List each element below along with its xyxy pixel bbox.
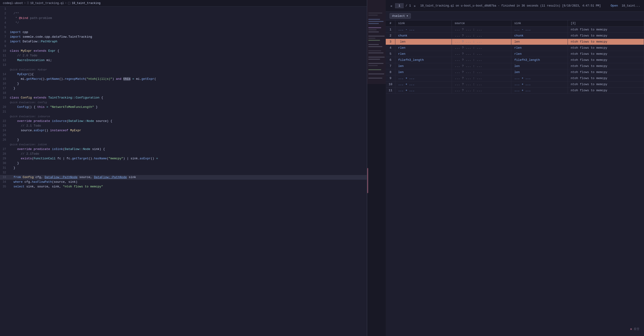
code-line: 11 // 2.0 Todo — [0, 53, 367, 58]
cell-row-num: 10 — [386, 81, 395, 88]
minimap — [367, 0, 386, 336]
code-line: 27 override predicate isSink(DataFlow::N… — [0, 147, 367, 152]
breadcrumb-sep-1: > — [24, 2, 26, 5]
cell-sink1: rlen — [395, 45, 452, 51]
cell-desc: ntoh flows to memcpy — [568, 45, 644, 51]
results-tab-label: 10_taint... — [622, 4, 640, 7]
quick-eval-line: Quick Evaluation: isSource — [0, 114, 367, 119]
code-line: 4 */ — [0, 20, 367, 25]
code-line: 17 } — [0, 86, 367, 91]
next-page-button[interactable]: » — [413, 3, 417, 8]
cell-desc: ntoh flows to memcpy — [568, 81, 644, 88]
results-table: # sink source sink [3] 1... - ...... ? .… — [386, 20, 644, 336]
table-row[interactable]: 10... + ...... ? ... : ...... + ...ntoh … — [386, 81, 644, 88]
svg-rect-22 — [367, 0, 386, 84]
code-line: 25 — [0, 133, 367, 138]
table-row[interactable]: 1... - ...... ? ... : ...... - ...ntoh f… — [386, 27, 644, 33]
cell-row-num: 2 — [386, 33, 395, 39]
select-dropdown[interactable]: #select ▾ — [390, 13, 410, 19]
cell-desc: ntoh flows to memcpy — [568, 57, 644, 63]
page-input[interactable] — [395, 3, 404, 8]
table-header-row: # sink source sink [3] — [386, 20, 644, 27]
cell-sink2: filefh3_length — [511, 57, 568, 63]
breadcrumb-item-2[interactable]: 10_taint_tracking.ql — [30, 2, 64, 5]
open-file-button[interactable]: Open — [611, 4, 618, 7]
code-line: 30 } — [0, 161, 367, 166]
cell-source: ... ? ... : ... — [452, 57, 511, 63]
cell-sink1: chunk — [395, 33, 452, 39]
page-total: / 1 — [406, 4, 411, 7]
watermark-text: 看雪 — [634, 327, 639, 331]
cell-sink1: filefh3_length — [395, 57, 452, 63]
cell-source: ... ? ... : ... — [452, 27, 511, 33]
cell-sink2: ... - ... — [511, 27, 568, 33]
cell-source: ... ? ... : ... — [452, 75, 511, 81]
code-line: 6 import cpp — [0, 30, 367, 35]
table-row[interactable]: 9... + ...... ? ... : ...... + ...ntoh f… — [386, 75, 644, 81]
watermark: ✳ 看雪 — [630, 327, 639, 331]
code-line: 35 select sink, source, sink, "ntoh flow… — [0, 184, 367, 189]
cell-source: ... ? ... : ... — [452, 51, 511, 57]
results-panel: « / 1 » 10_taint_tracking.ql on u-boot_u… — [386, 0, 644, 336]
table-row[interactable]: 5rlen... ? ... : ...rlenntoh flows to me… — [386, 51, 644, 57]
breadcrumb-item-1[interactable]: codeql-uboot — [3, 2, 23, 5]
code-line: 15 mi.getMacro().getName().regexpMatch("… — [0, 77, 367, 81]
select-bar: #select ▾ — [386, 12, 644, 20]
code-line: 32 — [0, 170, 367, 175]
cell-desc: ntoh flows to memcpy — [568, 69, 644, 75]
results-header: « / 1 » 10_taint_tracking.ql on u-boot_u… — [386, 0, 644, 12]
select-label: #select — [392, 14, 405, 18]
cell-source: ... ? ... : ... — [452, 45, 511, 51]
code-line: 31 } — [0, 166, 367, 170]
cell-sink1: ... + ... — [395, 88, 452, 94]
breadcrumb-item-3[interactable]: 10_taint_tracking — [72, 2, 100, 5]
cell-row-num: 6 — [386, 57, 395, 63]
code-line: 26 } — [0, 138, 367, 142]
code-line: 29 exists(FunctionCall fc | fc.getTarget… — [0, 156, 367, 161]
table-row[interactable]: 11... + ...... ? ... : ...... + ...ntoh … — [386, 88, 644, 94]
cell-sink2: rlen — [511, 45, 568, 51]
svg-rect-23 — [367, 168, 368, 193]
cell-sink1: ... + ... — [395, 75, 452, 81]
col-header-desc: [3] — [568, 20, 644, 27]
breadcrumb: codeql-uboot > ☰ 10_taint_tracking.ql > … — [0, 0, 367, 6]
cell-sink2: ... + ... — [511, 81, 568, 88]
code-line: 5 — [0, 25, 367, 30]
chevron-down-icon: ▾ — [406, 14, 408, 18]
cell-source: ... ? ... : ... — [452, 39, 511, 45]
breadcrumb-sep-2: > — [65, 2, 66, 5]
cell-row-num: 9 — [386, 75, 395, 81]
cell-row-num: 3 — [386, 39, 395, 45]
col-header-source: source — [452, 20, 511, 27]
code-line: 10 class MyExpr extends Expr { — [0, 49, 367, 53]
code-line: 21 — [0, 110, 367, 114]
col-header-sink2: sink — [511, 20, 568, 27]
cell-sink1: ... - ... — [395, 27, 452, 33]
cell-sink2: len — [511, 39, 568, 45]
cell-sink2: rlen — [511, 51, 568, 57]
cell-row-num: 8 — [386, 69, 395, 75]
table-row[interactable]: 2chunk... ? ... : ...chunkntoh flows to … — [386, 33, 644, 39]
table-row[interactable]: 4rlen... ? ... : ...rlenntoh flows to me… — [386, 45, 644, 51]
cell-sink2: ... + ... — [511, 88, 568, 94]
cell-sink1: ... + ... — [395, 81, 452, 88]
cell-sink1: rlen — [395, 51, 452, 57]
editor-panel: codeql-uboot > ☰ 10_taint_tracking.ql > … — [0, 0, 367, 336]
code-line: 2 /** — [0, 11, 367, 16]
table-row[interactable]: 8len... ? ... : ...lenntoh flows to memc… — [386, 69, 644, 75]
cell-desc: ntoh flows to memcpy — [568, 75, 644, 81]
cell-source: ... ? ... : ... — [452, 88, 511, 94]
cell-source: ... ? ... : ... — [452, 33, 511, 39]
table-row[interactable]: 3len... ? ... : ...lenntoh flows to memc… — [386, 39, 644, 45]
prev-page-button[interactable]: « — [390, 3, 393, 8]
quick-eval-line: Quick Evaluation: Config — [0, 100, 367, 105]
quick-eval-line: Quick Evaluation: isSink — [0, 142, 367, 147]
code-line: 1 — [0, 6, 367, 11]
col-header-sink1: sink — [395, 20, 452, 27]
cell-sink1: len — [395, 39, 452, 45]
cell-desc: ntoh flows to memcpy — [568, 27, 644, 33]
pagination: « / 1 » — [390, 3, 416, 8]
table-row[interactable]: 6filefh3_length... ? ... : ...filefh3_le… — [386, 57, 644, 63]
table-row[interactable]: 7len... ? ... : ...lenntoh flows to memc… — [386, 63, 644, 69]
cell-source: ... ? ... : ... — [452, 81, 511, 88]
